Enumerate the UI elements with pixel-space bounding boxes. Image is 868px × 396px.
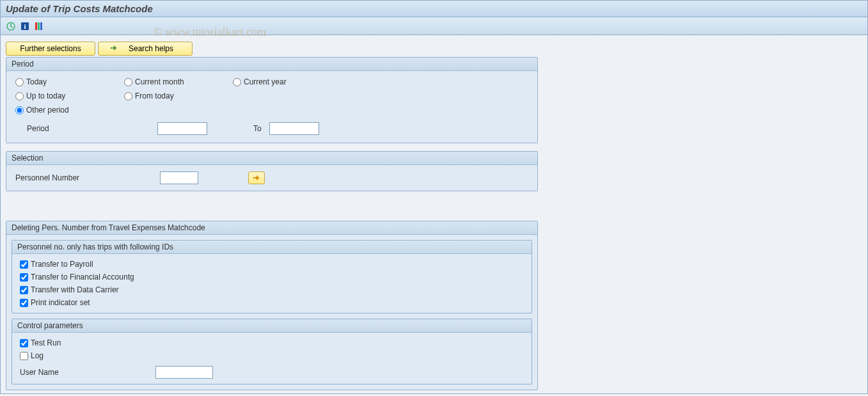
- palette-icon[interactable]: [34, 21, 44, 31]
- user-name-input[interactable]: [155, 366, 213, 379]
- further-selections-button[interactable]: Further selections: [6, 42, 95, 56]
- svg-rect-5: [40, 22, 42, 30]
- info-icon[interactable]: i: [20, 21, 30, 31]
- check-transfer-carrier[interactable]: Transfer with Data Carrier: [20, 283, 524, 296]
- radio-current-month[interactable]: Current month: [124, 77, 233, 86]
- trips-ids-subpanel: Personnel no. only has trips with follow…: [12, 240, 532, 313]
- radio-other-period-label: Other period: [26, 106, 69, 115]
- arrow-right-icon: [253, 173, 260, 183]
- control-params-header: Control parameters: [12, 319, 532, 333]
- svg-text:i: i: [24, 22, 26, 30]
- check-log-input[interactable]: [20, 352, 28, 360]
- search-helps-label: Search helps: [122, 44, 180, 53]
- svg-rect-3: [35, 22, 37, 30]
- execute-icon[interactable]: [6, 21, 16, 31]
- check-print-indicator[interactable]: Print indicator set: [20, 296, 524, 309]
- radio-from-today-label: From today: [135, 91, 174, 100]
- radio-current-year-input[interactable]: [233, 78, 241, 86]
- radio-today-label: Today: [26, 77, 47, 86]
- check-print-indicator-input[interactable]: [20, 299, 28, 307]
- radio-up-to-today-label: Up to today: [26, 91, 65, 100]
- radio-current-month-label: Current month: [135, 77, 184, 86]
- personnel-number-label: Personnel Number: [15, 173, 160, 182]
- arrow-right-icon: [110, 44, 118, 53]
- radio-today[interactable]: Today: [15, 77, 124, 86]
- deleting-panel: Deleting Pers. Number from Travel Expens…: [6, 221, 538, 390]
- radio-up-to-today[interactable]: Up to today: [15, 91, 124, 100]
- radio-other-period[interactable]: Other period: [15, 106, 124, 115]
- radio-from-today-input[interactable]: [124, 92, 132, 100]
- check-test-run-input[interactable]: [20, 339, 28, 347]
- deleting-header: Deleting Pers. Number from Travel Expens…: [6, 221, 537, 235]
- svg-rect-4: [38, 22, 40, 30]
- multiple-selection-button[interactable]: [248, 171, 265, 184]
- radio-today-input[interactable]: [15, 78, 24, 86]
- radio-current-year[interactable]: Current year: [233, 77, 342, 86]
- search-helps-button[interactable]: Search helps: [98, 42, 193, 56]
- period-from-input[interactable]: [157, 122, 207, 135]
- period-field-label: Period: [15, 124, 157, 133]
- radio-current-year-label: Current year: [244, 77, 287, 86]
- button-row: Further selections Search helps: [6, 42, 862, 56]
- period-header: Period: [6, 58, 537, 71]
- radio-up-to-today-input[interactable]: [15, 92, 24, 100]
- check-log-label: Log: [31, 351, 43, 360]
- check-transfer-fin-input[interactable]: [20, 273, 28, 281]
- check-transfer-carrier-input[interactable]: [20, 286, 28, 294]
- check-test-run[interactable]: Test Run: [20, 337, 524, 349]
- check-transfer-payroll[interactable]: Transfer to Payroll: [20, 258, 524, 271]
- period-panel: Period Today Current month Current year …: [6, 57, 538, 143]
- period-to-input[interactable]: [269, 122, 319, 135]
- selection-panel: Selection Personnel Number: [6, 151, 538, 191]
- check-transfer-carrier-label: Transfer with Data Carrier: [31, 285, 119, 294]
- check-test-run-label: Test Run: [31, 338, 61, 347]
- content-area: Further selections Search helps Period T…: [0, 35, 868, 394]
- user-name-label: User Name: [20, 368, 155, 377]
- check-transfer-payroll-label: Transfer to Payroll: [31, 260, 93, 269]
- radio-current-month-input[interactable]: [124, 78, 132, 86]
- radio-from-today[interactable]: From today: [124, 91, 233, 100]
- further-selections-label: Further selections: [20, 44, 81, 53]
- check-transfer-payroll-input[interactable]: [20, 260, 28, 269]
- control-params-subpanel: Control parameters Test Run Log User Nam…: [12, 319, 532, 384]
- period-to-label: To: [253, 124, 262, 133]
- page-title: Update of Trip Costs Matchcode: [0, 0, 868, 17]
- check-log[interactable]: Log: [20, 349, 524, 362]
- trips-ids-header: Personnel no. only has trips with follow…: [12, 241, 532, 254]
- radio-other-period-input[interactable]: [15, 106, 24, 115]
- check-transfer-fin[interactable]: Transfer to Financial Accountg: [20, 271, 524, 283]
- check-transfer-fin-label: Transfer to Financial Accountg: [31, 273, 134, 281]
- check-print-indicator-label: Print indicator set: [31, 298, 90, 307]
- personnel-number-input[interactable]: [160, 171, 198, 184]
- app-toolbar: i: [0, 17, 868, 35]
- selection-header: Selection: [6, 152, 537, 165]
